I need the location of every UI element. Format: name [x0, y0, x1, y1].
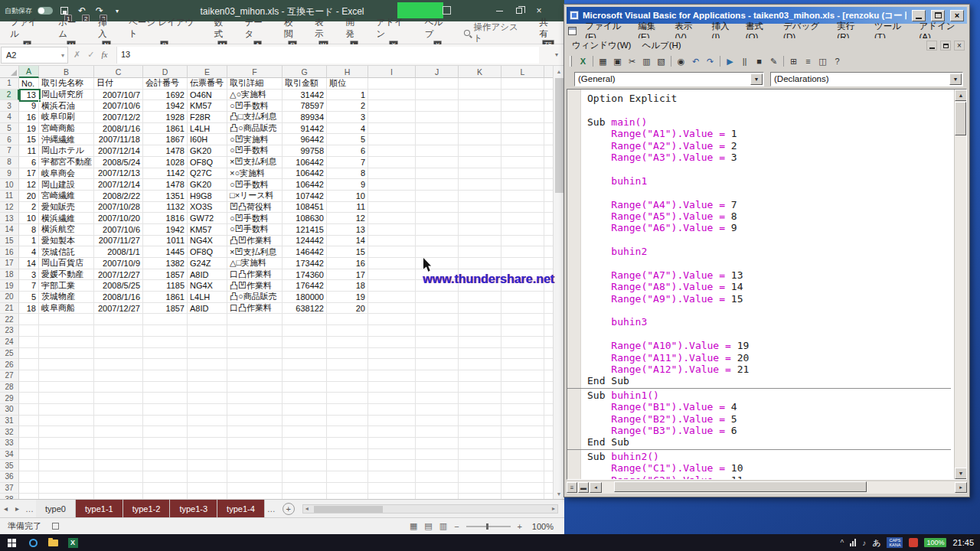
cell-K13[interactable] [459, 213, 501, 224]
cell-H6[interactable]: 5 [327, 134, 368, 145]
cell-F3[interactable]: ○凹手数料 [227, 100, 283, 112]
child-restore-button[interactable] [940, 41, 951, 51]
cell-B15[interactable]: 愛知製本 [39, 236, 94, 247]
cell-J30[interactable] [416, 404, 459, 416]
cell-J3[interactable] [416, 100, 459, 112]
code-scrollbar-thumb[interactable] [955, 102, 966, 135]
cell-B33[interactable] [39, 438, 94, 449]
cell-G37[interactable] [283, 483, 327, 494]
caps-kana-indicator[interactable]: CAPS KANA [887, 537, 903, 548]
cell-E9[interactable]: Q27C [188, 168, 227, 180]
cell-K27[interactable] [459, 370, 501, 382]
cell-H14[interactable]: 13 [327, 224, 368, 236]
cell-K17[interactable] [459, 258, 501, 269]
cell-J35[interactable] [416, 460, 459, 471]
cell-D24[interactable] [143, 337, 188, 348]
cell-J25[interactable] [416, 348, 459, 360]
zoom-out-icon[interactable]: − [454, 522, 459, 531]
cell-B19[interactable]: 宇部工業 [39, 280, 94, 292]
row-header-32[interactable]: 32 [0, 426, 19, 438]
cell-D27[interactable] [143, 370, 188, 382]
cell-K22[interactable] [459, 314, 501, 325]
cell-B4[interactable]: 岐阜印刷 [39, 112, 94, 123]
cell-L13[interactable] [501, 213, 544, 224]
hscroll-thumb[interactable] [314, 506, 383, 513]
cell-F24[interactable] [227, 337, 283, 348]
cell-A2[interactable]: 13 [19, 90, 39, 101]
cell-L7[interactable] [501, 145, 544, 157]
battery-percent-badge[interactable]: 100% [924, 538, 946, 547]
cell-B25[interactable] [39, 348, 94, 360]
cell-H18[interactable]: 17 [327, 269, 368, 281]
cell-D6[interactable]: 1867 [143, 134, 188, 145]
cell-I4[interactable] [368, 112, 416, 123]
cell-K5[interactable] [459, 123, 501, 135]
cell-L5[interactable] [501, 123, 544, 135]
cell-A5[interactable]: 19 [19, 123, 39, 135]
cell-C27[interactable] [94, 370, 143, 382]
cell-D26[interactable] [143, 359, 188, 370]
hscroll-right-icon[interactable]: ▸ [955, 482, 967, 493]
cell-C30[interactable] [94, 404, 143, 416]
cell-I21[interactable] [368, 303, 416, 315]
cell-F14[interactable]: ○凹手数料 [227, 224, 283, 236]
cell-G16[interactable]: 146442 [283, 246, 327, 258]
cell-G11[interactable]: 107442 [283, 191, 327, 202]
row-header-27[interactable]: 27 [0, 370, 19, 382]
cell-J17[interactable] [416, 258, 459, 269]
vba-maximize-button[interactable] [931, 10, 945, 21]
code-window-icon[interactable] [568, 27, 577, 35]
cell-J9[interactable] [416, 168, 459, 180]
procedure-dropdown[interactable]: (Declarations) ▼ [770, 72, 963, 86]
sheet-tab-type1-4[interactable]: type1-4 [217, 500, 265, 517]
break-icon[interactable]: || [737, 55, 752, 68]
cell-C35[interactable] [94, 460, 143, 471]
cell-J32[interactable] [416, 426, 459, 438]
cell-K20[interactable] [459, 292, 501, 303]
cell-J36[interactable] [416, 471, 459, 483]
cell-E22[interactable] [188, 314, 227, 325]
cell-D22[interactable] [143, 314, 188, 325]
cell-C25[interactable] [94, 348, 143, 360]
cell-F2[interactable]: △○実施料 [227, 90, 283, 101]
cell-J5[interactable] [416, 123, 459, 135]
cell-J33[interactable] [416, 438, 459, 449]
hscroll-thumb[interactable] [614, 481, 867, 492]
cell-F37[interactable] [227, 483, 283, 494]
cell-H2[interactable]: 1 [327, 90, 368, 101]
cell-H16[interactable]: 15 [327, 246, 368, 258]
cell-E6[interactable]: I60H [188, 134, 227, 145]
row-header-5[interactable]: 5 [0, 123, 19, 135]
code-editor[interactable]: Option ExplicitSub main() Range("A1").Va… [567, 89, 967, 480]
cell-J28[interactable] [416, 382, 459, 393]
cell-E28[interactable] [188, 382, 227, 393]
cell-A6[interactable]: 15 [19, 134, 39, 145]
cell-A17[interactable]: 14 [19, 258, 39, 269]
cell-J29[interactable] [416, 393, 459, 404]
row-header-16[interactable]: 16 [0, 246, 19, 258]
cell-E4[interactable]: F28R [188, 112, 227, 123]
cell-D8[interactable]: 1028 [143, 157, 188, 168]
menu-item-2[interactable]: ヘルプ(H) [636, 40, 686, 51]
cell-A23[interactable] [19, 325, 39, 337]
cell-K9[interactable] [459, 168, 501, 180]
normal-view-icon[interactable]: ▦ [410, 521, 417, 531]
cell-B9[interactable]: 岐阜商会 [39, 168, 94, 180]
row-header-23[interactable]: 23 [0, 325, 19, 337]
row-header-30[interactable]: 30 [0, 404, 19, 416]
dropdown-caret-icon[interactable]: ▼ [949, 73, 962, 85]
cell-I29[interactable] [368, 393, 416, 404]
cell-B29[interactable] [39, 393, 94, 404]
cell-F17[interactable]: △□実施料 [227, 258, 283, 269]
cell-D23[interactable] [143, 325, 188, 337]
cell-G4[interactable]: 89934 [283, 112, 327, 123]
vertical-scrollbar[interactable]: ▲ ▼ [553, 66, 564, 499]
cancel-icon[interactable]: ✗ [74, 50, 80, 60]
row-header-37[interactable]: 37 [0, 483, 19, 494]
cell-F13[interactable]: ○凹手数料 [227, 213, 283, 224]
cell-D3[interactable]: 1942 [143, 100, 188, 112]
cell-L8[interactable] [501, 157, 544, 168]
cell-E29[interactable] [188, 393, 227, 404]
cell-L28[interactable] [501, 382, 544, 393]
page-layout-view-icon[interactable]: ▤ [424, 521, 432, 531]
